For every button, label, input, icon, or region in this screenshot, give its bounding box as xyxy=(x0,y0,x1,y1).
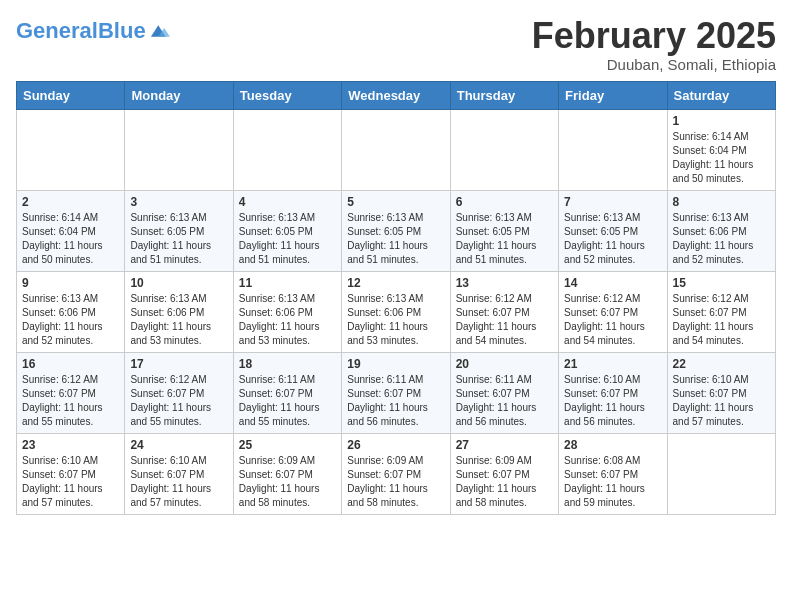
calendar-cell xyxy=(559,109,667,190)
day-number: 3 xyxy=(130,195,227,209)
day-number: 25 xyxy=(239,438,336,452)
day-info: Sunrise: 6:11 AM Sunset: 6:07 PM Dayligh… xyxy=(456,373,553,429)
day-number: 21 xyxy=(564,357,661,371)
logo-text: GeneralBlue xyxy=(16,20,146,42)
day-info: Sunrise: 6:13 AM Sunset: 6:06 PM Dayligh… xyxy=(22,292,119,348)
page-header: GeneralBlue February 2025 Duuban, Somali… xyxy=(16,16,776,73)
calendar-cell: 15Sunrise: 6:12 AM Sunset: 6:07 PM Dayli… xyxy=(667,271,775,352)
weekday-header-cell: Thursday xyxy=(450,81,558,109)
day-info: Sunrise: 6:08 AM Sunset: 6:07 PM Dayligh… xyxy=(564,454,661,510)
calendar-cell: 13Sunrise: 6:12 AM Sunset: 6:07 PM Dayli… xyxy=(450,271,558,352)
day-info: Sunrise: 6:13 AM Sunset: 6:06 PM Dayligh… xyxy=(673,211,770,267)
day-number: 16 xyxy=(22,357,119,371)
weekday-header-cell: Wednesday xyxy=(342,81,450,109)
calendar-cell: 12Sunrise: 6:13 AM Sunset: 6:06 PM Dayli… xyxy=(342,271,450,352)
calendar-cell: 6Sunrise: 6:13 AM Sunset: 6:05 PM Daylig… xyxy=(450,190,558,271)
calendar-cell: 27Sunrise: 6:09 AM Sunset: 6:07 PM Dayli… xyxy=(450,433,558,514)
calendar-table: SundayMondayTuesdayWednesdayThursdayFrid… xyxy=(16,81,776,515)
day-info: Sunrise: 6:14 AM Sunset: 6:04 PM Dayligh… xyxy=(22,211,119,267)
day-info: Sunrise: 6:10 AM Sunset: 6:07 PM Dayligh… xyxy=(130,454,227,510)
calendar-cell: 28Sunrise: 6:08 AM Sunset: 6:07 PM Dayli… xyxy=(559,433,667,514)
title-block: February 2025 Duuban, Somali, Ethiopia xyxy=(532,16,776,73)
day-info: Sunrise: 6:13 AM Sunset: 6:06 PM Dayligh… xyxy=(347,292,444,348)
calendar-week-row: 1Sunrise: 6:14 AM Sunset: 6:04 PM Daylig… xyxy=(17,109,776,190)
calendar-cell xyxy=(667,433,775,514)
weekday-header-cell: Monday xyxy=(125,81,233,109)
day-info: Sunrise: 6:13 AM Sunset: 6:05 PM Dayligh… xyxy=(130,211,227,267)
calendar-cell: 9Sunrise: 6:13 AM Sunset: 6:06 PM Daylig… xyxy=(17,271,125,352)
day-info: Sunrise: 6:13 AM Sunset: 6:05 PM Dayligh… xyxy=(564,211,661,267)
calendar-body: 1Sunrise: 6:14 AM Sunset: 6:04 PM Daylig… xyxy=(17,109,776,514)
calendar-cell: 7Sunrise: 6:13 AM Sunset: 6:05 PM Daylig… xyxy=(559,190,667,271)
day-number: 15 xyxy=(673,276,770,290)
day-number: 17 xyxy=(130,357,227,371)
day-number: 18 xyxy=(239,357,336,371)
day-info: Sunrise: 6:12 AM Sunset: 6:07 PM Dayligh… xyxy=(673,292,770,348)
calendar-cell: 18Sunrise: 6:11 AM Sunset: 6:07 PM Dayli… xyxy=(233,352,341,433)
day-info: Sunrise: 6:12 AM Sunset: 6:07 PM Dayligh… xyxy=(22,373,119,429)
calendar-cell: 3Sunrise: 6:13 AM Sunset: 6:05 PM Daylig… xyxy=(125,190,233,271)
calendar-cell: 2Sunrise: 6:14 AM Sunset: 6:04 PM Daylig… xyxy=(17,190,125,271)
calendar-cell xyxy=(450,109,558,190)
calendar-cell: 5Sunrise: 6:13 AM Sunset: 6:05 PM Daylig… xyxy=(342,190,450,271)
calendar-cell: 11Sunrise: 6:13 AM Sunset: 6:06 PM Dayli… xyxy=(233,271,341,352)
calendar-cell: 19Sunrise: 6:11 AM Sunset: 6:07 PM Dayli… xyxy=(342,352,450,433)
day-info: Sunrise: 6:12 AM Sunset: 6:07 PM Dayligh… xyxy=(564,292,661,348)
day-number: 5 xyxy=(347,195,444,209)
calendar-week-row: 2Sunrise: 6:14 AM Sunset: 6:04 PM Daylig… xyxy=(17,190,776,271)
day-info: Sunrise: 6:11 AM Sunset: 6:07 PM Dayligh… xyxy=(347,373,444,429)
day-info: Sunrise: 6:10 AM Sunset: 6:07 PM Dayligh… xyxy=(22,454,119,510)
calendar-cell: 20Sunrise: 6:11 AM Sunset: 6:07 PM Dayli… xyxy=(450,352,558,433)
calendar-cell: 25Sunrise: 6:09 AM Sunset: 6:07 PM Dayli… xyxy=(233,433,341,514)
day-info: Sunrise: 6:12 AM Sunset: 6:07 PM Dayligh… xyxy=(130,373,227,429)
day-info: Sunrise: 6:14 AM Sunset: 6:04 PM Dayligh… xyxy=(673,130,770,186)
calendar-cell: 1Sunrise: 6:14 AM Sunset: 6:04 PM Daylig… xyxy=(667,109,775,190)
day-number: 8 xyxy=(673,195,770,209)
day-number: 26 xyxy=(347,438,444,452)
day-number: 4 xyxy=(239,195,336,209)
day-number: 19 xyxy=(347,357,444,371)
day-number: 12 xyxy=(347,276,444,290)
calendar-week-row: 23Sunrise: 6:10 AM Sunset: 6:07 PM Dayli… xyxy=(17,433,776,514)
calendar-cell: 23Sunrise: 6:10 AM Sunset: 6:07 PM Dayli… xyxy=(17,433,125,514)
calendar-cell: 16Sunrise: 6:12 AM Sunset: 6:07 PM Dayli… xyxy=(17,352,125,433)
calendar-cell: 26Sunrise: 6:09 AM Sunset: 6:07 PM Dayli… xyxy=(342,433,450,514)
weekday-header-cell: Tuesday xyxy=(233,81,341,109)
day-info: Sunrise: 6:13 AM Sunset: 6:05 PM Dayligh… xyxy=(239,211,336,267)
calendar-cell xyxy=(17,109,125,190)
calendar-cell xyxy=(233,109,341,190)
calendar-cell: 22Sunrise: 6:10 AM Sunset: 6:07 PM Dayli… xyxy=(667,352,775,433)
day-info: Sunrise: 6:11 AM Sunset: 6:07 PM Dayligh… xyxy=(239,373,336,429)
calendar-cell xyxy=(342,109,450,190)
day-info: Sunrise: 6:10 AM Sunset: 6:07 PM Dayligh… xyxy=(564,373,661,429)
weekday-header-cell: Saturday xyxy=(667,81,775,109)
calendar-cell: 10Sunrise: 6:13 AM Sunset: 6:06 PM Dayli… xyxy=(125,271,233,352)
day-info: Sunrise: 6:13 AM Sunset: 6:05 PM Dayligh… xyxy=(456,211,553,267)
day-number: 2 xyxy=(22,195,119,209)
day-number: 27 xyxy=(456,438,553,452)
day-number: 23 xyxy=(22,438,119,452)
calendar-cell xyxy=(125,109,233,190)
day-info: Sunrise: 6:10 AM Sunset: 6:07 PM Dayligh… xyxy=(673,373,770,429)
calendar-cell: 24Sunrise: 6:10 AM Sunset: 6:07 PM Dayli… xyxy=(125,433,233,514)
day-info: Sunrise: 6:09 AM Sunset: 6:07 PM Dayligh… xyxy=(239,454,336,510)
day-number: 1 xyxy=(673,114,770,128)
day-info: Sunrise: 6:09 AM Sunset: 6:07 PM Dayligh… xyxy=(456,454,553,510)
day-info: Sunrise: 6:13 AM Sunset: 6:06 PM Dayligh… xyxy=(130,292,227,348)
logo-icon xyxy=(148,20,170,42)
weekday-header-cell: Friday xyxy=(559,81,667,109)
logo: GeneralBlue xyxy=(16,20,170,42)
day-info: Sunrise: 6:12 AM Sunset: 6:07 PM Dayligh… xyxy=(456,292,553,348)
calendar-cell: 21Sunrise: 6:10 AM Sunset: 6:07 PM Dayli… xyxy=(559,352,667,433)
calendar-week-row: 9Sunrise: 6:13 AM Sunset: 6:06 PM Daylig… xyxy=(17,271,776,352)
day-number: 9 xyxy=(22,276,119,290)
day-info: Sunrise: 6:13 AM Sunset: 6:05 PM Dayligh… xyxy=(347,211,444,267)
calendar-cell: 17Sunrise: 6:12 AM Sunset: 6:07 PM Dayli… xyxy=(125,352,233,433)
day-number: 14 xyxy=(564,276,661,290)
calendar-cell: 14Sunrise: 6:12 AM Sunset: 6:07 PM Dayli… xyxy=(559,271,667,352)
day-number: 28 xyxy=(564,438,661,452)
day-number: 7 xyxy=(564,195,661,209)
day-number: 22 xyxy=(673,357,770,371)
day-info: Sunrise: 6:13 AM Sunset: 6:06 PM Dayligh… xyxy=(239,292,336,348)
weekday-header-row: SundayMondayTuesdayWednesdayThursdayFrid… xyxy=(17,81,776,109)
